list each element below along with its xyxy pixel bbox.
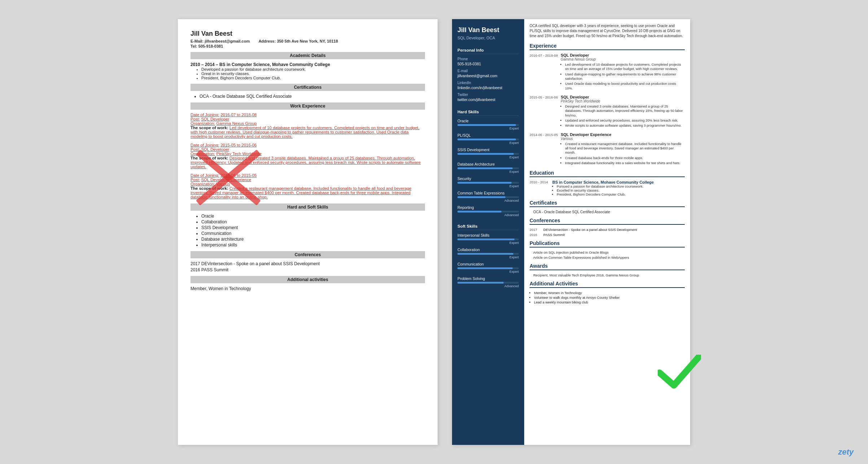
cert-item: OCA - Oracle Database SQL Certified Asso… (533, 210, 685, 214)
skills-list: Oracle Collaboration SSIS Development Co… (201, 214, 425, 248)
exp-entries: 2016-07 - 2018-08 SQL Developer Gamma Ne… (530, 53, 685, 166)
skill-track (457, 182, 519, 184)
exp-company: Various (561, 137, 685, 141)
edu-entry: 2010 – 2014 – BS in Computer Science, Mo… (190, 62, 425, 80)
summary: OCA certified SQL developer with 3 years… (530, 23, 685, 39)
skill-fill (457, 139, 516, 140)
skill-fill (457, 167, 513, 169)
skill-fill (457, 124, 516, 126)
exp-details: SQL Developer Gamma Nexus Group Led deve… (561, 53, 685, 91)
skill-level: Expert (457, 127, 519, 130)
add-section-title: Additional activities (190, 276, 425, 283)
edu-right-entry: 2010 - 2014 BS in Computer Science, Moha… (530, 180, 685, 196)
skill-level: Advanced (457, 284, 519, 288)
skill-label: Oracle (457, 119, 519, 123)
skill-level: Expert (457, 270, 519, 273)
resume-right: Jill Van Beest SQL Developer, OCA Person… (452, 19, 690, 445)
skill-label: PL/SQL (457, 133, 519, 137)
hard-skills-title: Hard Skills (457, 110, 519, 116)
skill-track (457, 153, 519, 155)
education-section: Education 2010 - 2014 BS in Computer Sci… (530, 170, 685, 196)
additional-section: Additional Activities Member, Women in T… (530, 281, 685, 304)
pub-item: Article on SQL injection published in Or… (533, 250, 685, 254)
work-entry-3: Date of Joining: 2014-06 to 2015-05 Post… (190, 173, 425, 199)
main-content: OCA certified SQL developer with 3 years… (524, 19, 690, 445)
edu-section-title: Education (530, 170, 685, 177)
academic-section-title: Academic Details (190, 52, 425, 59)
conf-section: Conferences 2017 DEVintersection - Spoke… (530, 218, 685, 237)
exp-company: PinkSky Tech Worldwide (561, 99, 685, 103)
award-item: Recipient, Most Valuable Tech Employee 2… (533, 273, 685, 277)
skill-label: SSIS Development (457, 148, 519, 152)
skill-fill (457, 196, 505, 198)
sidebar-name: Jill Van Beest (457, 26, 519, 34)
conf-section-title: Conferences (190, 251, 425, 258)
personal-info-block: Personal Info Phone 505-918-0381 E-mail … (452, 44, 524, 106)
soft-skills-bars: Interpersonal Skills Expert Collaboratio… (457, 233, 519, 288)
skill-track (457, 253, 519, 255)
exp-date: 2015-05 - 2016-06 (530, 95, 558, 129)
twitter-value: twitter.com/jillvanbeest (457, 97, 519, 102)
skill-level: Advanced (457, 199, 519, 202)
sidebar-title: SQL Developer, OCA (457, 36, 519, 40)
cert-section-title-r: Certificates (530, 200, 685, 207)
skill-fill (457, 253, 513, 255)
left-tel-line: Tel: 505-918-0381 (190, 44, 425, 48)
skill-label: Problem Solving (457, 276, 519, 281)
conf-right-entry: 2016 PASS Summit (530, 233, 685, 237)
exp-entry: 2016-07 - 2018-08 SQL Developer Gamma Ne… (530, 53, 685, 91)
left-header: Jill Van Beest E-Mail: jillvanbeest@gmai… (190, 30, 425, 48)
skill-label: Security (457, 176, 519, 181)
linkedin-label: LinkedIn (457, 81, 519, 85)
skill-level: Expert (457, 241, 519, 245)
pub-items: Article on SQL injection published in Or… (530, 250, 685, 259)
exp-details: SQL Developer PinkSky Tech Worldwide Des… (561, 95, 685, 129)
skill-level: Expert (457, 170, 519, 174)
skill-label: Collaboration (457, 248, 519, 252)
zety-brand: zety (838, 447, 854, 457)
twitter-label: Twitter (457, 93, 519, 97)
exp-date: 2016-07 - 2018-08 (530, 53, 558, 91)
conf-right-entry: 2017 DEVintersection - Spoke on a panel … (530, 228, 685, 232)
skill-level: Expert (457, 255, 519, 259)
work-section-title: Work Experience (190, 102, 425, 110)
exp-bullets: Led development of 10 database projects … (565, 62, 685, 91)
exp-date: 2014-06 - 2015-05 (530, 132, 558, 166)
skill-fill (457, 153, 514, 155)
personal-info-title: Personal Info (457, 48, 519, 54)
sidebar-header: Jill Van Beest SQL Developer, OCA (452, 19, 524, 44)
experience-section: Experience 2016-07 - 2018-08 SQL Develop… (530, 43, 685, 166)
phone-label: Phone (457, 57, 519, 61)
conf-entries: 2017 DEVintersection - Spoke on a panel … (530, 228, 685, 237)
skill-fill (457, 211, 501, 213)
pub-item: Article on Common Table Expressions publ… (533, 255, 685, 259)
soft-skills-title: Soft Skills (457, 224, 519, 230)
skills-section-title: Hard and Soft Skills (190, 203, 425, 211)
additional-section-title: Additional Activities (530, 281, 685, 288)
exp-entry: 2015-05 - 2016-06 SQL Developer PinkSky … (530, 95, 685, 129)
skill-level: Expert (457, 141, 519, 145)
exp-details: SQL Developer Experience Various Created… (561, 132, 685, 166)
edu-right-title: BS in Computer Science, Mohave Community… (552, 180, 685, 184)
hard-skills-bars: Oracle Expert PL/SQL Expert SSIS Develop… (457, 119, 519, 217)
linkedin-value: linkedin.com/in/jillvanbeest (457, 86, 519, 90)
exp-bullets: Designed and created 3 onsite databases.… (565, 104, 685, 128)
awards-section: Awards Recipient, Most Valuable Tech Emp… (530, 263, 685, 277)
edu-right-date: 2010 - 2014 (530, 180, 549, 196)
skill-label: Database Architecture (457, 162, 519, 166)
skill-track (457, 267, 519, 269)
skill-label: Interpersonal Skills (457, 233, 519, 237)
skill-track (457, 139, 519, 140)
additional-items: Member, Women in TechnologyVolunteer to … (530, 291, 685, 304)
skill-fill (457, 238, 514, 240)
cert-items: OCA - Oracle Database SQL Certified Asso… (530, 210, 685, 214)
skill-label: Common Table Expressions (457, 191, 519, 195)
skill-track (457, 124, 519, 126)
skill-fill (457, 182, 512, 184)
skill-level: Expert (457, 184, 519, 188)
email-value: jillvanbeest@gmail.com (457, 74, 519, 78)
skill-track (457, 167, 519, 169)
exp-section-title: Experience (530, 43, 685, 50)
conf-year: 2016 (530, 233, 540, 237)
soft-skills-block: Soft Skills Interpersonal Skills Expert … (452, 220, 524, 292)
